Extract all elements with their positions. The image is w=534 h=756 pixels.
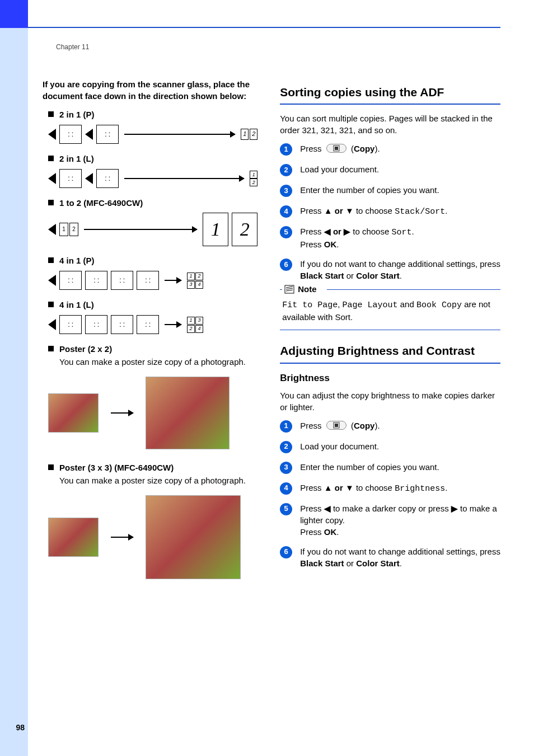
sorting-intro: You can sort multiple copies. Pages will… <box>280 112 500 136</box>
step-badge-5: 5 <box>280 226 292 238</box>
bullet-icon <box>48 200 54 205</box>
step-text: Press (Copy). <box>300 420 500 431</box>
step-row: 1 Press (Copy). <box>280 143 500 156</box>
layout-label: Poster (2 x 2) <box>59 343 112 355</box>
layout-item-poster2x2: Poster (2 x 2) <box>43 343 257 355</box>
diagram-4in1p: ⸬⸬⸬⸬ 1234 <box>48 267 257 293</box>
layout-item-4in1l: 4 in 1 (L) <box>43 299 257 311</box>
note-body: Fit to Page, Page Layout and Book Copy a… <box>282 298 498 323</box>
triangle-icon <box>85 173 93 184</box>
step-text: Enter the number of copies you want. <box>300 461 500 473</box>
step-row: 2 Load your document. <box>280 163 500 176</box>
svg-rect-4 <box>335 424 338 427</box>
triangle-icon <box>48 129 56 140</box>
bullet-icon <box>48 111 54 117</box>
layout-label: 1 to 2 (MFC-6490CW) <box>59 197 143 209</box>
diagram-4in1l: ⸬⸬⸬⸬ 1324 <box>48 312 257 337</box>
step-badge-4: 4 <box>280 205 292 218</box>
step-row: 4 Press ▲ or ▼ to choose Brightness. <box>280 482 500 495</box>
photo-placeholder <box>146 377 229 449</box>
copy-key-icon <box>326 421 346 430</box>
arrow-icon <box>165 324 181 325</box>
diagram-2in1l: ⸬ ⸬ 12 <box>48 166 257 191</box>
step-badge-4: 4 <box>280 482 292 495</box>
left-sidebar <box>0 0 28 756</box>
step-text: Press ▲ or ▼ to choose Brightness. <box>300 482 500 495</box>
poster3x3-diagram <box>48 495 257 579</box>
step-badge-5: 5 <box>280 503 292 515</box>
step-text: Load your document. <box>300 163 500 175</box>
step-badge-1: 1 <box>280 143 292 156</box>
bullet-icon <box>48 346 54 351</box>
arrow-icon <box>165 280 181 281</box>
step-text: Load your document. <box>300 440 500 452</box>
triangle-icon <box>85 129 93 140</box>
svg-rect-1 <box>335 147 338 150</box>
layout-item-4in1p: 4 in 1 (P) <box>43 255 257 266</box>
copy-key-icon <box>326 144 346 153</box>
step-row: 3 Enter the number of copies you want. <box>280 184 500 197</box>
step-row: 5 Press ◀ to make a darker copy or press… <box>280 503 500 538</box>
triangle-icon <box>48 319 56 330</box>
bullet-icon <box>48 156 54 161</box>
step-badge-6: 6 <box>280 546 292 558</box>
section-title-sorting: Sorting copies using the ADF <box>280 84 500 105</box>
poster2x2-diagram <box>48 377 257 449</box>
step-badge-2: 2 <box>280 164 292 176</box>
diagram-1to2: 12 12 <box>48 210 257 249</box>
poster3x3-desc: You can make a poster size copy of a pho… <box>59 475 257 486</box>
step-text: Press ▲ or ▼ to choose Stack/Sort. <box>300 205 500 218</box>
step-row: 1 Press (Copy). <box>280 420 500 433</box>
step-badge-3: 3 <box>280 185 292 197</box>
step-row: 6 If you do not want to change additiona… <box>280 258 500 281</box>
step-text: If you do not want to change additional … <box>300 258 500 281</box>
step-row: 2 Load your document. <box>280 440 500 453</box>
arrow-icon <box>124 134 235 135</box>
note-icon <box>284 285 294 294</box>
arrow-icon <box>84 229 197 230</box>
section-title-brightness: Adjusting Brightness and Contrast <box>280 342 500 363</box>
photo-placeholder <box>48 518 99 557</box>
photo-placeholder <box>48 393 99 433</box>
triangle-icon <box>48 224 56 235</box>
layout-label: 4 in 1 (P) <box>59 255 95 266</box>
scanner-glass-intro: If you are copying from the scanner glas… <box>43 78 257 102</box>
step-text: Enter the number of copies you want. <box>300 184 500 196</box>
diagram-2in1p: ⸬ ⸬ 12 <box>48 121 257 147</box>
layout-item-2in1p: 2 in 1 (P) <box>43 109 257 120</box>
step-row: 3 Enter the number of copies you want. <box>280 461 500 474</box>
layout-label: Poster (3 x 3) (MFC-6490CW) <box>59 462 174 473</box>
bullet-icon <box>48 464 54 470</box>
brightness-intro: You can adjust the copy brightness to ma… <box>280 389 500 413</box>
step-row: 5 Press ◀ or ▶ to choose Sort. Press OK. <box>280 226 500 250</box>
step-row: 6 If you do not want to change additiona… <box>280 546 500 569</box>
note-heading: Note <box>282 283 327 295</box>
step-text: Press ◀ to make a darker copy or press ▶… <box>300 503 500 538</box>
right-column: Sorting copies using the ADF You can sor… <box>280 78 500 591</box>
triangle-icon <box>48 173 56 184</box>
subsection-brightness: Brightness <box>280 372 500 385</box>
layout-label: 2 in 1 (P) <box>59 109 95 120</box>
step-text: Press (Copy). <box>300 143 500 154</box>
step-text: Press ◀ or ▶ to choose Sort. Press OK. <box>300 226 500 250</box>
note-box: Note Fit to Page, Page Layout and Book C… <box>280 289 500 330</box>
chapter-label: Chapter 11 <box>56 43 89 52</box>
layout-label: 2 in 1 (L) <box>59 153 94 165</box>
step-badge-6: 6 <box>280 259 292 271</box>
layout-label: 4 in 1 (L) <box>59 299 94 311</box>
bullet-icon <box>48 257 54 263</box>
layout-item-2in1l: 2 in 1 (L) <box>43 153 257 165</box>
step-text: If you do not want to change additional … <box>300 546 500 569</box>
header-rule <box>28 27 500 28</box>
step-row: 4 Press ▲ or ▼ to choose Stack/Sort. <box>280 205 500 218</box>
step-badge-3: 3 <box>280 462 292 474</box>
arrow-icon <box>124 178 244 179</box>
arrow-icon <box>111 537 133 538</box>
poster2x2-desc: You can make a poster size copy of a pho… <box>59 356 257 368</box>
photo-placeholder <box>146 495 241 579</box>
left-column: If you are copying from the scanner glas… <box>43 78 257 591</box>
bullet-icon <box>48 302 54 307</box>
layout-item-poster3x3: Poster (3 x 3) (MFC-6490CW) <box>43 462 257 473</box>
arrow-icon <box>111 412 133 414</box>
triangle-icon <box>48 275 56 286</box>
